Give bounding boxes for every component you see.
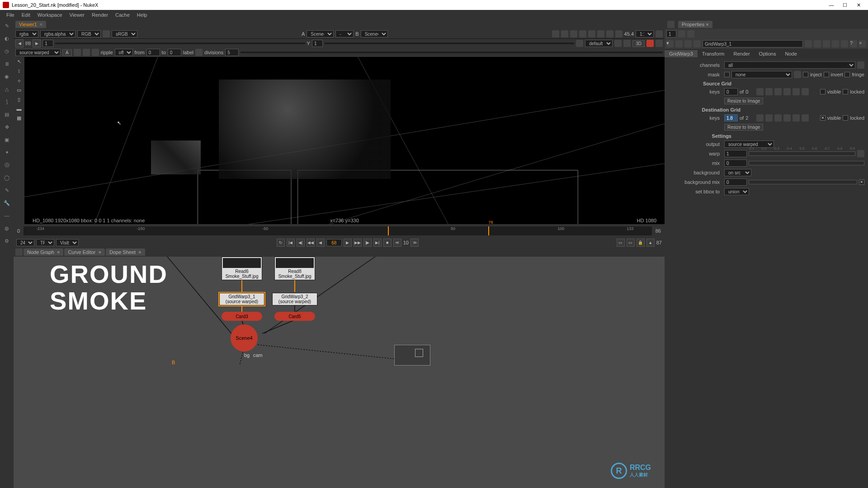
wrench-icon[interactable]: 🔧 xyxy=(3,199,11,207)
brush-icon[interactable]: ✎ xyxy=(3,22,11,30)
tab-close-icon[interactable]: × xyxy=(40,22,42,27)
dst-key-btn5[interactable] xyxy=(793,114,800,122)
clear-panels-icon[interactable] xyxy=(687,30,694,38)
tab-close-icon[interactable]: × xyxy=(138,249,141,255)
snapshot-icon[interactable] xyxy=(606,30,613,38)
sparkle-icon[interactable]: ✦ xyxy=(3,148,11,156)
inject-check[interactable] xyxy=(803,72,808,77)
a-toggle[interactable]: A xyxy=(62,49,72,56)
skip-back-button[interactable]: ≪ xyxy=(393,239,401,247)
expand-icon[interactable] xyxy=(656,30,663,38)
lock-panels-icon[interactable] xyxy=(678,30,685,38)
channel-rgba[interactable]: rgba xyxy=(15,30,38,38)
src-key-btn5[interactable] xyxy=(793,88,800,95)
close-button[interactable]: ✕ xyxy=(852,2,865,8)
src-visible-check[interactable] xyxy=(820,89,826,94)
src-key-btn3[interactable] xyxy=(774,88,782,95)
gain-value[interactable] xyxy=(42,40,53,47)
tf-select[interactable]: TF xyxy=(36,239,54,246)
divisions-slider[interactable] xyxy=(241,52,663,53)
gain-slider[interactable] xyxy=(55,42,305,44)
wipe-icon[interactable] xyxy=(570,30,577,38)
menu-workspace[interactable]: Workspace xyxy=(34,12,66,18)
pb-icon2[interactable]: ▭ xyxy=(627,239,635,247)
anchor-icon[interactable]: ⟟ xyxy=(18,68,20,74)
tab-viewer1[interactable]: Viewer1 × xyxy=(15,21,46,28)
play-back-button[interactable]: ◀ xyxy=(316,239,325,247)
play-button[interactable]: ▶ xyxy=(344,239,352,247)
mask-ch-icon[interactable] xyxy=(794,71,801,78)
fps-select[interactable]: 24* xyxy=(16,239,34,246)
channels-select[interactable]: all xyxy=(724,61,855,69)
node-btn1-icon[interactable] xyxy=(805,40,812,47)
last-frame-button[interactable]: ▶| xyxy=(373,239,382,247)
channel-alpha[interactable]: rgba.alpha xyxy=(40,30,75,38)
node-close-icon[interactable]: × xyxy=(859,40,866,47)
flag-icon[interactable] xyxy=(576,40,583,47)
layout2-icon[interactable] xyxy=(561,30,568,38)
ring-icon[interactable]: ◯ xyxy=(3,174,11,182)
tab-close-icon[interactable]: × xyxy=(99,249,101,255)
tab-close-icon[interactable]: × xyxy=(706,22,708,27)
src-key-btn4[interactable] xyxy=(783,88,791,95)
subtab-render[interactable]: Render xyxy=(729,50,755,57)
tool3-icon[interactable] xyxy=(92,49,99,56)
src-keys-a[interactable] xyxy=(724,88,738,95)
record-icon[interactable] xyxy=(646,40,654,47)
circle-d-icon[interactable]: Ⓓ xyxy=(3,161,11,169)
step-fwd-button[interactable]: ▶▶ xyxy=(354,239,362,247)
dashed-rect-icon[interactable]: ▯ xyxy=(18,97,20,103)
preset-select[interactable]: default xyxy=(585,40,613,47)
channels-toggle-icon[interactable] xyxy=(857,61,864,69)
timeline[interactable]: 0 -234 -150 -50 50 100 133 78 86 xyxy=(14,224,665,238)
zoom-select[interactable]: 1:1 xyxy=(636,30,654,38)
dst-key-btn1[interactable] xyxy=(756,114,764,122)
list-icon[interactable] xyxy=(588,30,595,38)
viewport-3d[interactable]: ↖ HD_1080 868x488 bbox: 0 0 1 1 channe… xyxy=(24,57,665,224)
menu-help[interactable]: Help xyxy=(133,12,151,18)
node-scene4[interactable]: Scene4 xyxy=(231,324,258,352)
subtab-options[interactable]: Options xyxy=(755,50,781,57)
node-help-icon[interactable]: ? xyxy=(850,40,857,47)
marker-line[interactable] xyxy=(488,226,489,235)
node-extra-icon[interactable] xyxy=(693,40,701,47)
align-icon[interactable] xyxy=(623,40,631,47)
dst-key-btn2[interactable] xyxy=(765,114,773,122)
mix-slider[interactable] xyxy=(749,161,864,165)
warp-slider[interactable]: 0.10.20.30.40.50.60.70.80.9 xyxy=(749,151,855,156)
help-icon[interactable]: ◍ xyxy=(3,224,11,232)
handle-icon[interactable] xyxy=(667,21,675,28)
warp-anim-icon[interactable] xyxy=(857,150,864,157)
grid-tool-icon[interactable]: ▦ xyxy=(17,115,21,121)
source-select[interactable]: source warped xyxy=(15,49,61,56)
ip-icon[interactable] xyxy=(103,30,110,38)
node-name-field[interactable] xyxy=(703,40,803,47)
dst-key-btn3[interactable] xyxy=(774,114,782,122)
node-read8[interactable]: Read8 Smoke_Stuff.jpg xyxy=(274,257,315,280)
grid-icon[interactable] xyxy=(579,30,586,38)
move-icon[interactable]: ✥ xyxy=(3,123,11,131)
pause-icon[interactable] xyxy=(615,30,623,38)
menu-file[interactable]: File xyxy=(3,12,18,18)
background-select[interactable]: on src xyxy=(724,169,751,176)
gamma-value[interactable] xyxy=(312,40,323,47)
loop-icon[interactable]: ↻ xyxy=(277,239,285,247)
layers-icon[interactable]: ▤ xyxy=(3,110,11,118)
node-card5[interactable]: Card5 xyxy=(274,312,315,321)
render-icon[interactable]: ▲ xyxy=(646,239,655,247)
ripple-select[interactable]: off xyxy=(115,49,133,56)
src-locked-check[interactable] xyxy=(843,89,848,94)
timeline-track[interactable]: -234 -150 -50 50 100 133 78 xyxy=(24,226,652,235)
tab-dope-sheet[interactable]: Dope Sheet× xyxy=(106,249,145,256)
dst-key-btn6[interactable] xyxy=(802,114,809,122)
mix-input[interactable] xyxy=(724,160,747,167)
dst-locked-check[interactable] xyxy=(843,115,848,121)
from-input[interactable] xyxy=(146,49,160,56)
bars-icon[interactable]: ≣ xyxy=(3,60,11,68)
fringe-check[interactable] xyxy=(844,72,850,77)
eyedropper-icon[interactable]: ◐ xyxy=(3,34,11,42)
src-key-btn1[interactable] xyxy=(756,88,764,95)
warp-input[interactable] xyxy=(724,150,747,157)
shapes-icon[interactable]: △ xyxy=(3,85,11,93)
node-btn5-icon[interactable] xyxy=(841,40,848,47)
